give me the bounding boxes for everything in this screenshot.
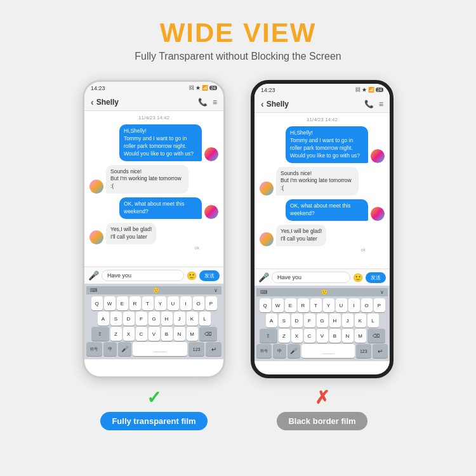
message-input-left[interactable]: Have you — [102, 270, 184, 281]
key-r-n[interactable]: N — [342, 329, 354, 343]
status-icons-right: 回 ★ 📶 24 — [355, 86, 383, 93]
phone-right: 14:23 回 ★ 📶 24 ‹ Shelly 📞 ≡ 11/4/23 — [251, 80, 393, 378]
key-k[interactable]: K — [187, 312, 198, 326]
key-z[interactable]: Z — [110, 327, 122, 341]
phone-left-label: ✓ Fully transparent film — [100, 387, 207, 430]
key-r-o[interactable]: O — [361, 298, 373, 312]
key-r-z[interactable]: Z — [279, 329, 290, 343]
key-lang[interactable]: 中 — [103, 342, 117, 356]
key-u[interactable]: U — [168, 296, 179, 310]
key-n[interactable]: N — [174, 327, 185, 341]
message-input-right[interactable]: Have you — [272, 272, 350, 283]
key-enter[interactable]: ↵ — [206, 342, 221, 356]
key-r-w[interactable]: W — [272, 298, 284, 312]
key-r[interactable]: R — [129, 296, 141, 310]
key-i[interactable]: I — [180, 296, 192, 310]
bubble-right-out-2: OK, what about meet this weekend? — [286, 199, 368, 221]
key-r-p[interactable]: P — [374, 298, 385, 312]
key-shift[interactable]: ⇧ — [91, 327, 109, 341]
chat-date-left: 11/4/23 14:42 — [89, 115, 218, 121]
key-r-num[interactable]: 123 — [356, 344, 371, 358]
key-r-b[interactable]: B — [329, 329, 341, 343]
key-space[interactable]: _____ — [133, 342, 187, 356]
msg-right-3: OK, what about meet this weekend? — [260, 199, 385, 221]
key-y[interactable]: Y — [155, 296, 166, 310]
phone-left-wrapper: 14:23 回 ★ 📶 24 ‹ Shelly 📞 ≡ 11/4/23 — [83, 80, 225, 430]
key-r-symbol[interactable]: 符号 — [256, 344, 272, 358]
phone-icon-right[interactable]: 📞 — [364, 100, 374, 109]
chat-header-actions-left: 📞 ≡ — [198, 98, 217, 107]
emoji-icon-left[interactable]: 🙂 — [187, 271, 197, 281]
send-button-left[interactable]: 发送 — [199, 270, 220, 281]
key-a[interactable]: A — [98, 312, 109, 326]
key-h[interactable]: H — [161, 312, 173, 326]
msg-right-2: Sounds nice!But I'm working late tomorro… — [260, 167, 385, 196]
menu-icon-right[interactable]: ≡ — [379, 100, 383, 109]
key-r-c[interactable]: C — [304, 329, 315, 343]
key-r-delete[interactable]: ⌫ — [367, 329, 385, 343]
phones-comparison: 14:23 回 ★ 📶 24 ‹ Shelly 📞 ≡ 11/4/23 — [83, 80, 393, 430]
keyboard-toolbar-left: ⌨ 🙂 ∨ — [86, 286, 221, 294]
back-arrow-right[interactable]: ‹ — [261, 99, 264, 109]
mic-icon-left[interactable]: 🎤 — [88, 270, 99, 281]
key-r-r[interactable]: R — [298, 298, 309, 312]
key-r-x[interactable]: X — [291, 329, 303, 343]
key-symbol[interactable]: 符号 — [86, 342, 102, 356]
key-f[interactable]: F — [136, 312, 147, 326]
chat-header-left-nav: ‹ Shelly — [91, 97, 119, 107]
key-r-g[interactable]: G — [317, 314, 328, 327]
key-r-v[interactable]: V — [317, 329, 328, 343]
key-w[interactable]: W — [104, 296, 116, 310]
key-j[interactable]: J — [174, 312, 185, 326]
key-r-q[interactable]: Q — [260, 298, 271, 312]
key-r-lang[interactable]: 中 — [273, 344, 286, 358]
key-r-e[interactable]: E — [285, 298, 296, 312]
key-r-f[interactable]: F — [304, 314, 315, 327]
key-o[interactable]: O — [193, 296, 204, 310]
key-r-s[interactable]: S — [279, 314, 290, 327]
emoji-icon-right[interactable]: 🙂 — [353, 273, 363, 282]
key-l[interactable]: L — [199, 312, 211, 326]
key-row-r1: Q W E R T Y U I O P — [256, 298, 388, 312]
key-d[interactable]: D — [123, 312, 135, 326]
key-c[interactable]: C — [136, 327, 147, 341]
key-p[interactable]: P — [206, 296, 217, 310]
key-q[interactable]: Q — [91, 296, 103, 310]
key-r-mic[interactable]: 🎤 — [288, 344, 300, 358]
kb-icon-3: ∨ — [214, 288, 218, 293]
keyboard-left: ⌨ 🙂 ∨ Q W E R T Y U I O P A — [84, 284, 223, 359]
avatar-out-1 — [204, 147, 218, 161]
bubble-out-1: Hi,Shelly!Tommy and I want to go in roll… — [119, 124, 202, 161]
key-r-h[interactable]: H — [329, 314, 341, 327]
key-r-j[interactable]: J — [342, 314, 354, 327]
key-s[interactable]: S — [110, 312, 122, 326]
key-x[interactable]: X — [123, 327, 135, 341]
key-r-m[interactable]: M — [355, 329, 366, 343]
key-r-a[interactable]: A — [266, 314, 277, 327]
back-arrow-left[interactable]: ‹ — [91, 97, 94, 107]
msg-left-4: Yes,I will be glad!I'll call you later — [89, 223, 218, 244]
key-m[interactable]: M — [187, 327, 198, 341]
menu-icon-left[interactable]: ≡ — [213, 98, 217, 107]
phone-icon-left[interactable]: 📞 — [198, 98, 208, 107]
key-delete[interactable]: ⌫ — [199, 327, 217, 341]
key-r-y[interactable]: Y — [323, 298, 334, 312]
key-r-d[interactable]: D — [291, 314, 303, 327]
key-num[interactable]: 123 — [188, 342, 204, 356]
key-g[interactable]: G — [149, 312, 160, 326]
key-v[interactable]: V — [149, 327, 160, 341]
mic-icon-right[interactable]: 🎤 — [258, 272, 269, 282]
key-e[interactable]: E — [117, 296, 128, 310]
key-r-t[interactable]: T — [310, 298, 322, 312]
key-r-i[interactable]: I — [348, 298, 360, 312]
key-r-k[interactable]: K — [355, 314, 366, 327]
key-r-l[interactable]: L — [367, 314, 379, 327]
send-button-right[interactable]: 发送 — [366, 272, 386, 283]
key-r-enter[interactable]: ↵ — [373, 344, 388, 358]
key-mic[interactable]: 🎤 — [118, 342, 131, 356]
key-t[interactable]: T — [142, 296, 154, 310]
key-r-space[interactable]: _____ — [301, 344, 355, 358]
key-b[interactable]: B — [161, 327, 173, 341]
key-r-u[interactable]: U — [336, 298, 347, 312]
key-r-shift[interactable]: ⇧ — [260, 329, 277, 343]
